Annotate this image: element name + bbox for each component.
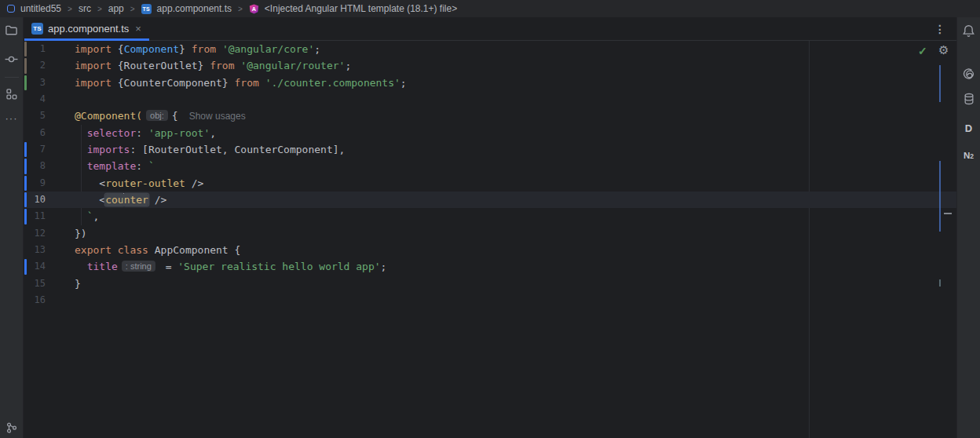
line-number: 6 (24, 125, 46, 141)
code-token: = (159, 261, 177, 272)
breadcrumb-item-file[interactable]: app.component.ts (157, 3, 232, 14)
code-text: imports: [RouterOutlet, CounterComponent… (75, 141, 345, 158)
version-control-button[interactable] (2, 418, 21, 437)
breadcrumb-bar: untitled55 > src > app > TS app.componen… (0, 0, 980, 17)
code-text: <counter /> (75, 192, 166, 208)
breadcrumb-item-injected-template[interactable]: <Injected Angular HTML template (18.1+) … (265, 3, 457, 14)
line-number: 8 (24, 158, 46, 174)
code-line[interactable]: 14 title: string = 'Super realistic hell… (24, 258, 956, 275)
code-line[interactable]: 10 <counter /> (24, 192, 956, 208)
database-button[interactable] (960, 89, 978, 108)
line-number: 2 (24, 57, 46, 74)
code-token: ; (314, 43, 320, 55)
breadcrumb-item-src[interactable]: src (79, 3, 91, 14)
breadcrumb-item-app[interactable]: app (108, 3, 124, 14)
ai-assistant-button[interactable] (960, 64, 978, 83)
code-token: class (118, 244, 148, 256)
chevron-right-icon: > (237, 5, 243, 13)
code-line[interactable]: 16 (24, 292, 956, 308)
code-token: AppComponent { (148, 244, 240, 256)
close-icon[interactable]: × (135, 23, 141, 35)
code-token: @Component( (75, 110, 142, 122)
stripe-divider (5, 77, 19, 78)
scrollbar-change-mark (939, 65, 941, 102)
code-text: export class AppComponent { (75, 242, 240, 258)
code-token: '@angular/router' (240, 60, 345, 71)
code-token: /> (148, 194, 166, 206)
angular-icon: A (249, 4, 259, 14)
left-toolwindow-stripe: ··· (0, 17, 24, 438)
nx-console-button[interactable]: N2 (960, 146, 978, 165)
chevron-right-icon: > (67, 5, 73, 13)
code-line[interactable]: 7 imports: [RouterOutlet, CounterCompone… (24, 141, 956, 158)
code-token: imports (87, 144, 130, 155)
code-token: ; (381, 261, 387, 272)
code-token: selector (87, 127, 137, 139)
code-line[interactable]: 9 <router-outlet /> (24, 175, 956, 192)
code-text: }) (75, 225, 87, 242)
line-number: 16 (24, 292, 46, 308)
nx-icon: N2 (964, 151, 974, 160)
commit-icon (5, 53, 18, 66)
notifications-button[interactable] (960, 21, 978, 40)
tab-app-component-ts[interactable]: TS app.component.ts × (24, 17, 149, 40)
structure-toolwindow-button[interactable] (2, 85, 21, 104)
typescript-icon: TS (141, 4, 152, 14)
code-line[interactable]: 5@Component(obj:{Show usages (24, 108, 956, 124)
branch-icon (5, 422, 18, 434)
project-icon (7, 5, 15, 13)
structure-icon (5, 88, 18, 100)
code-token: title (87, 261, 118, 272)
line-number: 14 (24, 258, 46, 275)
code-line[interactable]: 1import {Component} from '@angular/core'… (24, 41, 956, 57)
scrollbar-change-mark (939, 279, 941, 287)
code-line[interactable]: 11 `, (24, 208, 956, 224)
code-text: import {RouterOutlet} from '@angular/rou… (75, 57, 351, 74)
line-number: 10 (24, 192, 46, 208)
code-line[interactable]: 15} (24, 276, 956, 292)
editor[interactable]: 1import {Component} from '@angular/core'… (24, 41, 956, 438)
tab-options-menu-button[interactable]: ⋮ (934, 17, 945, 40)
code-token: 'Super realistic hello world app' (177, 261, 380, 272)
code-line[interactable]: 8 template: ` (24, 158, 956, 174)
code-token: from (235, 77, 259, 89)
project-toolwindow-button[interactable] (2, 20, 21, 39)
code-token: } (179, 43, 192, 55)
line-number: 9 (24, 175, 46, 192)
more-toolwindows-button[interactable]: ··· (2, 109, 21, 128)
code-token: , (93, 210, 99, 222)
show-usages-lens[interactable]: Show usages (189, 111, 246, 122)
code-token: , (210, 127, 216, 139)
inspections-ok-icon[interactable]: ✓ (918, 45, 927, 57)
code-token (112, 244, 118, 256)
code-line[interactable]: 2import {RouterOutlet} from '@angular/ro… (24, 57, 956, 74)
code-token: < (75, 194, 105, 206)
chevron-right-icon: > (130, 5, 136, 13)
more-icon: ··· (5, 116, 18, 121)
code-text: template: ` (75, 158, 155, 174)
code-line[interactable]: 12}) (24, 225, 956, 242)
code-line[interactable]: 13export class AppComponent { (24, 242, 956, 258)
breadcrumb-item-project[interactable]: untitled55 (20, 3, 61, 14)
database-icon (963, 93, 975, 105)
code-token: : (136, 160, 148, 172)
code-token: /> (185, 177, 203, 189)
code-line[interactable]: 4 (24, 91, 956, 108)
code-token: : [RouterOutlet, CounterComponent], (130, 144, 345, 155)
code-line[interactable]: 3import {CounterComponent} from './count… (24, 75, 956, 91)
code-token: from (210, 60, 234, 71)
documentation-button[interactable]: D (960, 119, 978, 137)
gear-icon[interactable]: ⚙ (938, 43, 949, 57)
code-token: './counter.components' (265, 77, 400, 89)
bell-icon (962, 24, 975, 38)
line-number: 12 (24, 225, 46, 242)
code-token: < (75, 177, 105, 189)
commit-toolwindow-button[interactable] (2, 49, 21, 68)
code-line[interactable]: 6 selector: 'app-root', (24, 125, 956, 141)
folder-icon (5, 24, 18, 37)
code-token: '@angular/core' (222, 43, 314, 55)
code-token: import (75, 43, 112, 55)
active-tab-indicator (24, 38, 149, 41)
code-token (216, 43, 222, 55)
documentation-icon: D (965, 122, 972, 134)
